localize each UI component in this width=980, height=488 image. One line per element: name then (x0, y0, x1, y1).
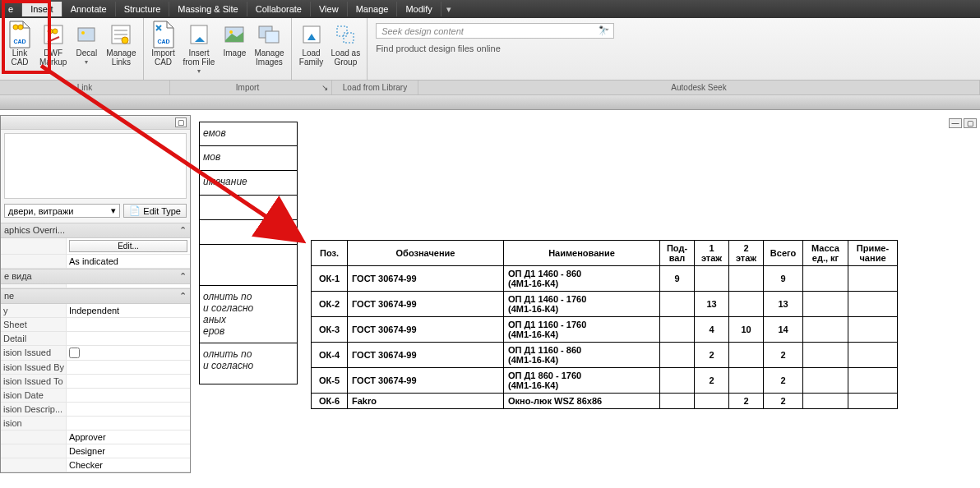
tab-view[interactable]: View (311, 2, 348, 16)
load-family-icon (298, 21, 325, 48)
svg-point-5 (53, 29, 58, 34)
type-selector[interactable]: двери, витражи▾ (4, 204, 120, 218)
svg-rect-3 (44, 25, 62, 44)
svg-point-1 (13, 25, 18, 30)
dwf-markup-button[interactable]: DWFMarkup (36, 20, 70, 80)
image-button[interactable]: Image (218, 20, 251, 80)
group-label-load: Load from Library (332, 81, 418, 94)
seek-description: Find product design files online (376, 44, 972, 53)
edit-button[interactable]: Edit... (69, 240, 187, 252)
table-header-row: Поз. Обозначение Наименование Под-вал 1э… (312, 241, 898, 266)
spacer-bar (0, 95, 980, 110)
edit-type-button[interactable]: 📄Edit Type (123, 204, 187, 218)
schedule-table: Поз. Обозначение Наименование Под-вал 1э… (311, 240, 898, 409)
minimize-icon[interactable]: — (949, 118, 962, 128)
import-cad-icon: CAD (150, 21, 177, 48)
issued-checkbox[interactable] (69, 348, 80, 358)
svg-point-16 (229, 30, 233, 34)
link-cad-button[interactable]: CAD LinkCAD (3, 20, 36, 80)
tab-manage[interactable]: Manage (348, 2, 398, 16)
table-row: ОК-5ГОСТ 30674-99ОП Д1 860 - 1760(4М1-16… (312, 368, 898, 394)
section-vida[interactable]: е вида⌃ (1, 269, 190, 284)
decal-icon (73, 21, 99, 48)
table-row: ОК-1ГОСТ 30674-99ОП Д1 1460 - 860(4М1-16… (312, 266, 898, 292)
svg-rect-21 (344, 33, 354, 43)
close-icon[interactable]: ▢ (175, 117, 187, 127)
properties-titlebar: ▢ (1, 116, 190, 130)
titleblock-fragment: емов мов имечание олнить пои согласноаны… (199, 122, 298, 384)
manage-images-icon (256, 21, 282, 48)
tab-insert[interactable]: Insert (22, 2, 62, 16)
manage-images-button[interactable]: ManageImages (251, 20, 287, 80)
svg-text:CAD: CAD (13, 39, 25, 44)
manage-links-button[interactable]: ManageLinks (103, 20, 139, 80)
svg-point-2 (18, 25, 23, 30)
group-link: CAD LinkCAD DWFMarkup Decal▾ ManageLinks (0, 18, 144, 80)
insert-file-icon (186, 21, 212, 48)
seek-panel: Seek design content 🔭 Find product desig… (368, 18, 980, 80)
tab-structure[interactable]: Structure (116, 2, 170, 16)
ribbon-group-labels: Link Import↘ Load from Library Autodesk … (0, 81, 980, 95)
tab-modify[interactable]: Modify (397, 2, 441, 16)
group-label-seek: Autodesk Seek (418, 81, 980, 94)
group-load: LoadFamily Load asGroup (292, 18, 368, 80)
table-row: ОК-4ГОСТ 30674-99ОП Д1 1160 - 860(4М1-16… (312, 343, 898, 368)
tab-overflow-icon[interactable]: ▾ (441, 2, 456, 17)
seek-search-input[interactable]: Seek design content 🔭 (376, 23, 614, 39)
section-graphics[interactable]: aphics Overri...⌃ (1, 223, 190, 238)
edit-type-icon: 📄 (129, 205, 141, 216)
group-label-link: Link (0, 81, 170, 94)
svg-rect-6 (78, 28, 95, 41)
properties-panel: ▢ двери, витражи▾ 📄Edit Type aphics Over… (0, 115, 191, 473)
load-group-button[interactable]: Load asGroup (328, 20, 364, 80)
load-group-icon (332, 21, 358, 48)
tab-massing[interactable]: Massing & Site (169, 2, 247, 16)
import-cad-button[interactable]: CAD ImportCAD (147, 20, 180, 80)
svg-rect-18 (266, 31, 279, 43)
dwf-icon (40, 21, 67, 48)
load-family-button[interactable]: LoadFamily (295, 20, 328, 80)
tab-collaborate[interactable]: Collaborate (247, 2, 311, 16)
ribbon-tabs: e Insert Annotate Structure Massing & Si… (0, 0, 980, 18)
table-row: ОК-3ГОСТ 30674-99ОП Д1 1160 - 1760(4М1-1… (312, 317, 898, 343)
cad-doc-icon: CAD (7, 21, 33, 48)
restore-icon[interactable]: ▢ (964, 118, 977, 128)
binoculars-icon: 🔭 (597, 25, 608, 36)
svg-text:CAD: CAD (157, 39, 169, 44)
table-row: ОК-6FakroОкно-люк WSZ 86x8622 (312, 394, 898, 409)
type-thumbnail (4, 133, 187, 199)
insert-from-file-button[interactable]: Insertfrom File▾ (180, 20, 219, 80)
dialog-launcher-icon[interactable]: ↘ (321, 83, 328, 92)
table-row: ОК-2ГОСТ 30674-99ОП Д1 1460 - 1760(4М1-1… (312, 292, 898, 317)
chevron-down-icon: ▾ (111, 205, 116, 216)
link-list-icon (108, 21, 134, 48)
view-window-controls: — ▢ (949, 118, 977, 128)
group-label-import: Import↘ (170, 81, 332, 94)
tab-partial[interactable]: e (0, 2, 22, 16)
svg-point-7 (81, 31, 85, 35)
section-me[interactable]: ne⌃ (1, 288, 190, 304)
tab-annotate[interactable]: Annotate (62, 2, 116, 16)
svg-point-4 (48, 29, 53, 34)
group-import: CAD ImportCAD Insertfrom File▾ Image Man… (144, 18, 292, 80)
image-icon (221, 21, 247, 48)
svg-point-12 (122, 37, 128, 44)
ribbon: CAD LinkCAD DWFMarkup Decal▾ ManageLinks… (0, 18, 980, 81)
svg-rect-20 (337, 26, 347, 36)
decal-button[interactable]: Decal▾ (70, 20, 103, 80)
